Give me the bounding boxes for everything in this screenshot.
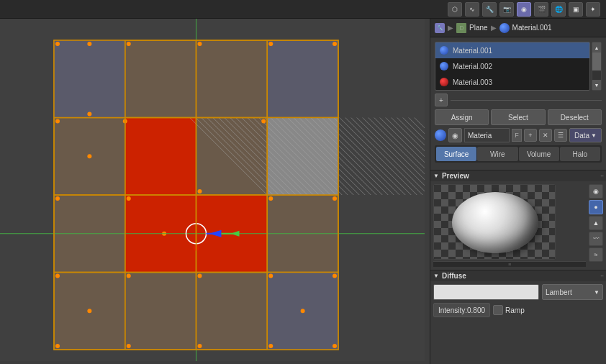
wrench-icon[interactable]: 🔧 bbox=[482, 2, 497, 17]
scroll-down-btn[interactable]: ▼ bbox=[592, 80, 601, 90]
tab-volume[interactable]: Volume bbox=[519, 147, 559, 161]
preview-btn-2[interactable]: ● bbox=[589, 200, 603, 214]
scroll-up-btn[interactable]: ▲ bbox=[592, 42, 601, 53]
plane-icon: □ bbox=[456, 23, 466, 33]
scroll-thumb[interactable] bbox=[592, 53, 601, 70]
preview-side-icons: ◉ ● ▲ 〰 ≈ bbox=[589, 184, 603, 262]
material-item-1[interactable]: Material.001 bbox=[435, 42, 589, 58]
material-dot-2 bbox=[440, 62, 448, 70]
shader-label: Lambert bbox=[546, 288, 572, 296]
preview-bottom-bar bbox=[433, 261, 586, 267]
tab-halo[interactable]: Halo bbox=[560, 147, 600, 161]
diffuse-color-swatch[interactable] bbox=[433, 284, 539, 300]
deselect-button[interactable]: Deselect bbox=[548, 109, 602, 125]
material-section: Material.001 Material.002 Material.003 ▲ bbox=[430, 37, 606, 170]
data-arrow: ▼ bbox=[591, 132, 597, 139]
mat-menu-btn[interactable]: ☰ bbox=[554, 129, 567, 142]
material-dot-1 bbox=[440, 46, 448, 55]
mat-close-btn[interactable]: ✕ bbox=[539, 129, 552, 142]
world-icon[interactable]: 🌐 bbox=[551, 2, 566, 17]
mat-sphere-icon bbox=[435, 129, 446, 141]
breadcrumb-arrow: ▶ bbox=[448, 24, 453, 32]
mat-add-btn[interactable]: + bbox=[524, 129, 537, 142]
intensity-row: Intensity:0.800 Ramp bbox=[433, 303, 603, 317]
material-data-row: ◉ Materia F + ✕ ☰ Data ▼ bbox=[435, 128, 602, 142]
material-icon[interactable]: ◉ bbox=[517, 2, 531, 17]
mesh-icon[interactable]: ⬡ bbox=[448, 2, 462, 17]
material-scrollbar: ▲ ▼ bbox=[592, 42, 602, 91]
preview-arrow: ▼ bbox=[433, 173, 439, 179]
tab-wire[interactable]: Wire bbox=[477, 147, 517, 161]
curve-icon[interactable]: ∿ bbox=[465, 2, 479, 17]
material-list: Material.001 Material.002 Material.003 bbox=[435, 42, 590, 91]
tab-surface[interactable]: Surface bbox=[436, 147, 476, 161]
material-label-3: Material.003 bbox=[453, 78, 492, 86]
preview-btn-1[interactable]: ◉ bbox=[589, 184, 603, 199]
diffuse-header[interactable]: ▼ Diffuse ··· bbox=[430, 270, 606, 281]
preview-btn-5[interactable]: ≈ bbox=[589, 247, 603, 262]
divider bbox=[451, 100, 602, 101]
top-toolbar: ⬡ ∿ 🔧 📷 ◉ 🎬 🌐 ▣ ✦ bbox=[0, 0, 606, 19]
main-area: 🔧 ▶ □ Plane ▶ Material.001 Material.001 bbox=[0, 19, 606, 364]
intensity-field[interactable]: Intensity:0.800 bbox=[433, 303, 490, 317]
breadcrumb-object: Plane bbox=[469, 24, 488, 32]
intensity-value: Intensity:0.800 bbox=[438, 306, 485, 314]
toolbar-icons: ⬡ ∿ 🔧 📷 ◉ 🎬 🌐 ▣ ✦ bbox=[448, 2, 600, 17]
add-material-btn[interactable]: + bbox=[435, 94, 448, 106]
mat-f-badge: F bbox=[512, 129, 522, 142]
preview-btn-4[interactable]: 〰 bbox=[589, 232, 603, 246]
material-sphere-icon bbox=[499, 23, 510, 33]
particles-icon[interactable]: ✦ bbox=[586, 2, 600, 17]
list-controls: + bbox=[435, 94, 602, 106]
breadcrumb-sep: ▶ bbox=[491, 24, 497, 32]
tabs-row: Surface Wire Volume Halo bbox=[435, 145, 602, 163]
object-icon[interactable]: ▣ bbox=[569, 2, 583, 17]
diffuse-area: Lambert ▼ Intensity:0.800 Ramp bbox=[430, 281, 606, 320]
shader-selector[interactable]: Lambert ▼ bbox=[542, 284, 603, 300]
mat-name-text: Materia bbox=[468, 132, 492, 140]
ramp-checkbox[interactable]: Ramp bbox=[493, 305, 525, 315]
mat-type-selector[interactable]: ◉ bbox=[448, 128, 462, 142]
preview-area: ◉ ● ▲ 〰 ≈ bbox=[430, 181, 606, 270]
assign-button[interactable]: Assign bbox=[435, 109, 489, 125]
diffuse-dots: ··· bbox=[600, 273, 603, 279]
preview-sphere bbox=[452, 192, 538, 253]
ramp-label: Ramp bbox=[505, 306, 525, 314]
properties-icon: 🔧 bbox=[435, 23, 445, 33]
select-button[interactable]: Select bbox=[491, 109, 545, 125]
diffuse-color-row: Lambert ▼ bbox=[433, 284, 603, 300]
shader-arrow: ▼ bbox=[594, 289, 600, 296]
material-dot-3 bbox=[440, 78, 448, 86]
mat-name-field[interactable]: Materia bbox=[464, 128, 510, 142]
material-list-wrapper: Material.001 Material.002 Material.003 ▲ bbox=[435, 42, 602, 91]
preview-render bbox=[433, 184, 556, 260]
preview-btn-3[interactable]: ▲ bbox=[589, 216, 603, 230]
preview-title: Preview bbox=[442, 172, 469, 180]
uv-canvas bbox=[0, 19, 425, 361]
ramp-checkbox-box[interactable] bbox=[493, 305, 503, 315]
assign-row: Assign Select Deselect bbox=[435, 109, 602, 125]
data-button[interactable]: Data ▼ bbox=[569, 128, 602, 142]
viewport[interactable] bbox=[0, 19, 430, 364]
material-label-2: Material.002 bbox=[453, 63, 492, 70]
scene-icon[interactable]: 🎬 bbox=[534, 2, 548, 17]
right-panel: 🔧 ▶ □ Plane ▶ Material.001 Material.001 bbox=[430, 19, 606, 364]
breadcrumb: 🔧 ▶ □ Plane ▶ Material.001 bbox=[430, 19, 606, 37]
camera-icon[interactable]: 📷 bbox=[499, 2, 514, 17]
material-item-2[interactable]: Material.002 bbox=[435, 58, 589, 74]
breadcrumb-material: Material.001 bbox=[512, 24, 552, 32]
material-item-3[interactable]: Material.003 bbox=[435, 74, 589, 90]
scroll-area bbox=[592, 53, 601, 80]
preview-header[interactable]: ▼ Preview ··· bbox=[430, 170, 606, 181]
material-label-1: Material.001 bbox=[453, 47, 492, 55]
diffuse-title: Diffuse bbox=[442, 272, 466, 280]
preview-dots: ··· bbox=[600, 173, 603, 179]
diffuse-arrow: ▼ bbox=[433, 273, 439, 279]
